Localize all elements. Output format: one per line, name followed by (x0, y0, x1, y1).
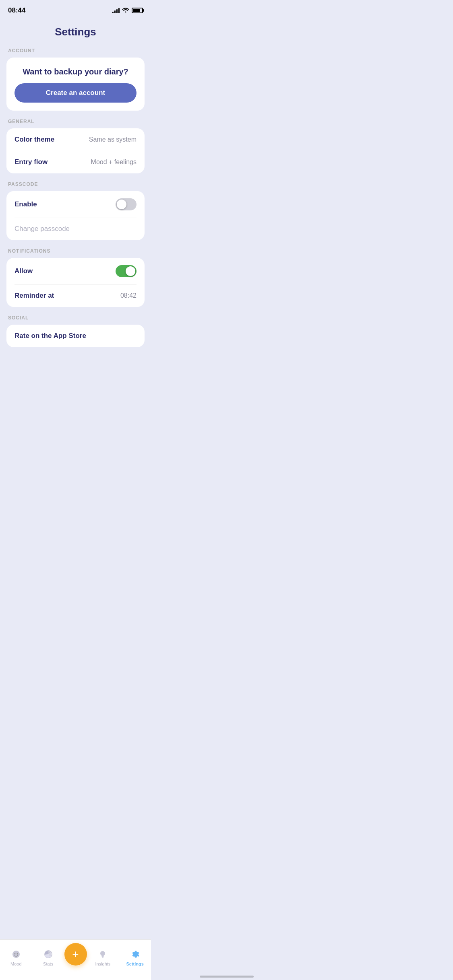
battery-icon (132, 8, 143, 13)
status-bar: 08:44 (0, 0, 151, 18)
passcode-section: PASSCODE Enable Change passcode (0, 181, 151, 240)
allow-notifications-row[interactable]: Allow (6, 258, 145, 284)
change-passcode-row[interactable]: Change passcode (6, 218, 145, 240)
wifi-icon (122, 7, 129, 14)
color-theme-label: Color theme (14, 136, 54, 144)
status-icons (112, 7, 143, 14)
account-card: Want to backup your diary? Create an acc… (6, 58, 145, 111)
rate-app-store-label: Rate on the App Store (14, 332, 86, 340)
enable-passcode-row[interactable]: Enable (6, 191, 145, 218)
backup-text: Want to backup your diary? (23, 66, 128, 77)
notifications-section-label: NOTIFICATIONS (8, 248, 143, 254)
notifications-section: NOTIFICATIONS Allow Reminder at 08:42 (0, 248, 151, 307)
passcode-section-label: PASSCODE (8, 181, 143, 187)
general-section-label: GENERAL (8, 119, 143, 124)
reminder-at-value: 08:42 (120, 292, 137, 299)
account-section-label: ACCOUNT (8, 48, 143, 54)
color-theme-value: Same as system (89, 136, 137, 143)
rate-app-store-row[interactable]: Rate on the App Store (6, 325, 145, 347)
allow-notifications-toggle[interactable] (116, 265, 137, 277)
social-section-label: SOCIAL (8, 315, 143, 321)
change-passcode-label: Change passcode (14, 225, 70, 233)
passcode-card: Enable Change passcode (6, 191, 145, 240)
social-section: SOCIAL Rate on the App Store (0, 315, 151, 347)
entry-flow-row[interactable]: Entry flow Mood + feelings (6, 151, 145, 173)
allow-notifications-label: Allow (14, 267, 33, 275)
create-account-button[interactable]: Create an account (14, 83, 137, 103)
reminder-at-label: Reminder at (14, 292, 54, 300)
social-card: Rate on the App Store (6, 325, 145, 347)
signal-icon (112, 8, 120, 13)
color-theme-row[interactable]: Color theme Same as system (6, 128, 145, 151)
status-time: 08:44 (8, 6, 25, 14)
general-card: Color theme Same as system Entry flow Mo… (6, 128, 145, 173)
entry-flow-label: Entry flow (14, 158, 48, 166)
general-section: GENERAL Color theme Same as system Entry… (0, 119, 151, 173)
reminder-at-row[interactable]: Reminder at 08:42 (6, 284, 145, 307)
account-section: ACCOUNT Want to backup your diary? Creat… (0, 48, 151, 111)
enable-passcode-label: Enable (14, 200, 37, 208)
enable-passcode-toggle[interactable] (116, 198, 137, 210)
notifications-card: Allow Reminder at 08:42 (6, 258, 145, 307)
entry-flow-value: Mood + feelings (91, 159, 137, 166)
page-title: Settings (0, 26, 151, 38)
